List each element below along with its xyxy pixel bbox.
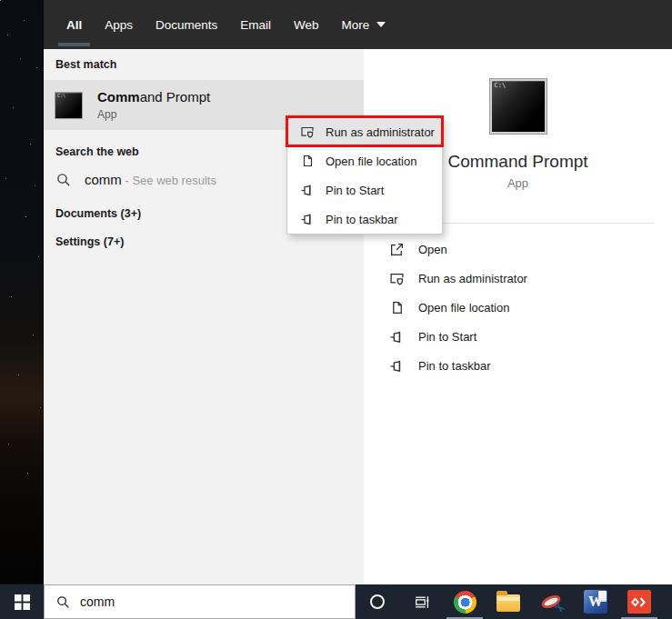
menu-pin-to-taskbar[interactable]: Pin to taskbar xyxy=(287,205,442,234)
action-open[interactable]: Open xyxy=(364,235,672,264)
open-icon xyxy=(389,242,405,257)
search-icon xyxy=(56,173,71,187)
red-arrows-app-icon xyxy=(627,590,651,614)
run-as-admin-icon xyxy=(300,125,315,139)
menu-open-file-location[interactable]: Open file location xyxy=(287,146,442,175)
command-prompt-icon-glyph: C:\ xyxy=(495,83,507,89)
action-label: Open file location xyxy=(418,301,509,314)
run-as-admin-icon xyxy=(389,271,405,286)
open-file-location-icon xyxy=(389,300,405,315)
pin-icon xyxy=(389,329,405,344)
word-letter: W xyxy=(588,594,603,610)
cortana-button[interactable] xyxy=(356,584,399,619)
settings-group-header[interactable]: Settings (7+) xyxy=(55,235,364,248)
folder-icon xyxy=(496,594,520,612)
snipping-tool-icon: ✂ xyxy=(540,591,564,613)
chevron-down-icon xyxy=(376,22,386,27)
menu-run-as-administrator[interactable]: Run as administrator xyxy=(287,117,442,146)
preview-app-type: App xyxy=(507,176,528,190)
taskbar: comm ✂ W xyxy=(0,584,672,619)
command-prompt-icon-large: C:\ xyxy=(490,79,547,134)
web-suggestion-suffix: - See web results xyxy=(122,174,216,187)
best-match-header: Best match xyxy=(55,58,364,71)
preview-app-name: Command Prompt xyxy=(447,152,587,172)
action-pin-to-taskbar[interactable]: Pin to taskbar xyxy=(364,351,672,380)
search-input-value: comm xyxy=(80,594,115,609)
best-match-title-rest: and Prompt xyxy=(140,89,211,105)
task-view-button[interactable] xyxy=(399,584,443,619)
action-label: Open xyxy=(418,243,447,256)
chrome-button[interactable] xyxy=(443,584,486,619)
menu-item-label: Pin to taskbar xyxy=(326,213,398,226)
tab-web[interactable]: Web xyxy=(294,0,319,49)
tab-email[interactable]: Email xyxy=(240,0,271,49)
action-open-file-location[interactable]: Open file location xyxy=(364,293,672,322)
search-icon xyxy=(56,595,70,609)
best-match-texts: Command Prompt App xyxy=(97,89,210,121)
wallpaper-stars xyxy=(0,0,1,1)
best-match-title: Command Prompt xyxy=(97,89,210,105)
tab-all[interactable]: All xyxy=(66,0,82,49)
search-flyout: All Apps Documents Email Web More Best m… xyxy=(44,0,672,584)
word-icon: W xyxy=(584,590,607,614)
tab-documents[interactable]: Documents xyxy=(155,0,217,49)
tab-more[interactable]: More xyxy=(342,0,386,49)
windows-search-screen: All Apps Documents Email Web More Best m… xyxy=(0,0,672,619)
action-label: Pin to taskbar xyxy=(418,359,491,373)
command-prompt-icon-glyph: C:\ xyxy=(57,94,65,98)
pin-icon xyxy=(389,358,405,374)
desktop-wallpaper xyxy=(0,0,44,584)
red-arrows-app-button[interactable] xyxy=(617,584,661,619)
command-prompt-icon: C:\ xyxy=(55,92,83,119)
start-button[interactable] xyxy=(0,584,44,619)
windows-logo-icon xyxy=(15,594,30,610)
action-label: Pin to Start xyxy=(418,330,476,344)
pin-icon xyxy=(300,212,315,226)
taskbar-search-box[interactable]: comm xyxy=(44,584,356,619)
action-label: Run as administrator xyxy=(418,272,527,285)
chrome-icon xyxy=(454,591,476,614)
context-menu: Run as administrator Open file location … xyxy=(286,116,443,235)
action-pin-to-start[interactable]: Pin to Start xyxy=(364,322,672,351)
tab-apps[interactable]: Apps xyxy=(105,0,133,49)
action-run-as-administrator[interactable]: Run as administrator xyxy=(364,264,672,293)
word-button[interactable]: W xyxy=(574,584,617,619)
snipping-tool-button[interactable]: ✂ xyxy=(530,584,574,619)
web-suggestion-text: comm - See web results xyxy=(85,172,216,188)
search-filter-tabs: All Apps Documents Email Web More xyxy=(44,0,672,49)
best-match-title-match: Comm xyxy=(97,89,140,105)
web-suggestion-query: comm xyxy=(85,172,122,187)
menu-item-label: Run as administrator xyxy=(326,125,435,139)
menu-pin-to-start[interactable]: Pin to Start xyxy=(287,175,442,205)
tab-more-label: More xyxy=(342,18,370,32)
menu-item-label: Open file location xyxy=(326,155,416,168)
file-explorer-button[interactable] xyxy=(486,584,530,619)
open-file-location-icon xyxy=(300,154,315,168)
preview-actions: Open Run as administrator Open file loca… xyxy=(364,235,672,380)
task-view-icon xyxy=(413,594,430,611)
pin-icon xyxy=(300,183,315,197)
best-match-subtitle: App xyxy=(97,108,210,121)
cortana-icon xyxy=(370,594,385,609)
menu-item-label: Pin to Start xyxy=(326,184,384,197)
